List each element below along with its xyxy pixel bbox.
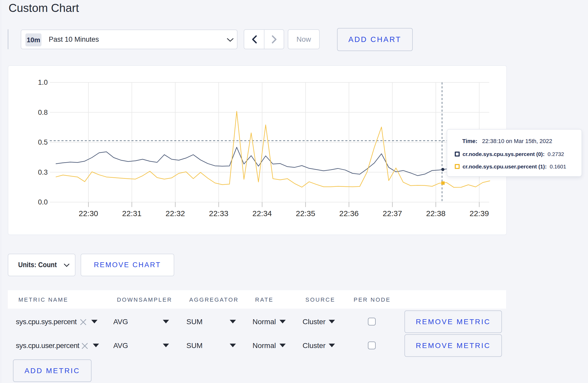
svg-text:22:37: 22:37 [383,209,402,218]
svg-text:22:35: 22:35 [296,209,315,218]
svg-text:22:39: 22:39 [470,209,489,218]
svg-text:22:31: 22:31 [122,209,142,218]
svg-text:0.5: 0.5 [38,138,48,146]
svg-text:0.3: 0.3 [38,168,48,176]
svg-text:1.0: 1.0 [38,79,48,86]
svg-text:22:36: 22:36 [339,209,359,218]
svg-text:22:38: 22:38 [426,209,445,218]
svg-text:22:33: 22:33 [209,209,228,218]
svg-text:22:34: 22:34 [252,209,272,218]
svg-text:22:32: 22:32 [165,209,185,218]
svg-text:22:30: 22:30 [79,209,98,218]
svg-text:0.0: 0.0 [38,198,48,206]
svg-text:0.8: 0.8 [38,109,48,116]
